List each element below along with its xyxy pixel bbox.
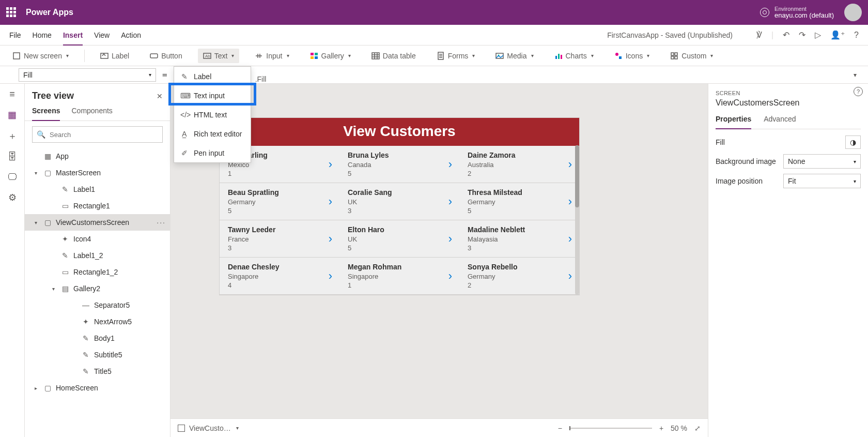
tree-node[interactable]: ▦App [25,148,170,164]
twisty-icon[interactable]: ▾ [50,286,57,292]
imgpos-dropdown[interactable]: Fit▾ [783,174,861,188]
tree-search[interactable]: 🔍 [32,126,163,143]
tree-node[interactable]: ✎Label1 [25,181,170,198]
chevron-right-icon[interactable]: › [329,158,332,171]
tree-node[interactable]: ✎Label1_2 [25,247,170,264]
gallery-item[interactable]: Daine ZamoraAustralia2› [459,146,579,183]
menu-action[interactable]: Action [121,31,141,39]
fill-color-picker[interactable]: ◑ [845,135,861,149]
gallery-item[interactable]: Madaline NeblettMalayasia3› [459,220,579,258]
chevron-right-icon[interactable]: › [448,232,452,246]
insert-custom-button[interactable]: Custom▾ [665,49,718,63]
tab-properties[interactable]: Properties [716,113,751,129]
screen-selector-icon[interactable] [178,425,185,432]
chevron-right-icon[interactable]: › [568,195,572,208]
chevron-right-icon[interactable]: › [448,195,452,208]
gallery-item[interactable]: Beau SpratlingGermany5› [220,183,339,220]
environment-picker[interactable]: Environment enayu.com (default) [760,6,834,19]
gallery-item[interactable]: Thresa MilsteadGermany5› [459,183,579,220]
insert-gallery-button[interactable]: Gallery▾ [305,49,356,63]
insert-forms-button[interactable]: Forms▾ [431,49,481,63]
tree-node[interactable]: ▾▤Gallery2 [25,280,170,297]
tab-advanced[interactable]: Advanced [764,113,796,129]
menu-item-pen-input[interactable]: ✐Pen input [174,143,251,162]
chevron-right-icon[interactable]: › [568,232,572,246]
gallery-item[interactable]: Sonya RebelloGermany2› [459,258,579,295]
insert-pane-icon[interactable]: ＋ [8,130,17,142]
insert-charts-button[interactable]: Charts▾ [549,49,599,63]
search-input[interactable] [50,131,158,139]
gallery-item[interactable]: Elton HaroUK5› [339,220,459,258]
gallery-item[interactable]: Coralie SangUK3› [339,183,459,220]
insert-icons-button[interactable]: Icons▾ [609,49,655,63]
advanced-tools-icon[interactable]: ⚙ [8,192,17,203]
zoom-out-icon[interactable]: − [558,424,562,432]
gallery-scrollbar[interactable] [575,145,579,295]
app-checker-icon[interactable]: ℣ [756,30,762,40]
media-pane-icon[interactable]: 🖵 [8,172,17,183]
menu-view[interactable]: View [94,31,110,39]
chevron-right-icon[interactable]: › [329,269,332,283]
insert-datatable-button[interactable]: Data table [366,49,421,63]
insert-text-button[interactable]: AbText▾ [198,49,240,63]
chevron-down-icon[interactable]: ▾ [236,425,239,431]
gallery-item[interactable]: Megan RohmanSingapore1› [339,258,459,295]
breadcrumb-screen[interactable]: ViewCusto… [189,424,231,432]
chevron-right-icon[interactable]: › [329,232,332,246]
insert-label-button[interactable]: Label [95,49,134,63]
screen-preview[interactable]: View Customers Viki DarlingMexico1›Bruna… [219,117,580,295]
formula-expand-icon[interactable]: ▾ [848,71,862,79]
chevron-right-icon[interactable]: › [568,269,572,283]
tree-view-icon[interactable]: ▦ [8,109,17,120]
menu-item-label[interactable]: ✎Label [174,67,251,86]
tree-node[interactable]: ▸▢HomeScreen [25,380,170,396]
menu-file[interactable]: File [9,31,21,39]
tab-components[interactable]: Components [71,103,112,120]
user-avatar[interactable] [844,4,862,21]
tree-node[interactable]: ✎Subtitle5 [25,346,170,363]
property-selector[interactable]: Fill▾ [19,68,156,82]
insert-media-button[interactable]: Media▾ [490,49,538,63]
data-icon[interactable]: 🗄 [8,152,17,162]
tree-node[interactable]: ▭Rectangle1_2 [25,264,170,280]
undo-icon[interactable]: ↶ [783,30,789,40]
tree-node[interactable]: ▾▢ViewCustomersScreen··· [25,214,170,231]
chevron-right-icon[interactable]: › [448,269,452,283]
menu-insert[interactable]: Insert [63,31,83,46]
tree-node[interactable]: ▾▢MasterScreen [25,164,170,181]
share-icon[interactable]: 👤⁺ [830,30,845,40]
zoom-slider[interactable] [569,428,652,429]
redo-icon[interactable]: ↷ [799,30,805,40]
menu-item-rich-text[interactable]: A̲Rich text editor [174,124,251,143]
gallery-item[interactable]: Denae ChesleySingapore4› [220,258,339,295]
play-icon[interactable]: ▷ [815,30,821,40]
twisty-icon[interactable]: ▾ [32,220,39,225]
fit-to-screen-icon[interactable]: ⤢ [694,424,701,432]
chevron-right-icon[interactable]: › [568,158,572,171]
insert-input-button[interactable]: Input▾ [250,49,294,63]
gallery-item[interactable]: Tawny LeederFrance3› [220,220,339,258]
hamburger-icon[interactable]: ≡ [9,89,15,100]
tree-node[interactable]: ▭Rectangle1 [25,198,170,214]
menu-home[interactable]: Home [33,31,52,39]
gallery-item[interactable]: Bruna LylesCanada5› [339,146,459,183]
panel-help-icon[interactable]: ? [854,87,863,96]
tree-node[interactable]: ✎Body1 [25,330,170,346]
more-icon[interactable]: ··· [157,218,166,227]
tree-node[interactable]: ―Separator5 [25,297,170,313]
new-screen-button[interactable]: New screen▾ [7,49,74,63]
menu-item-html-text[interactable]: </>HTML text [174,105,251,124]
tree-node[interactable]: ✦NextArrow5 [25,313,170,330]
tree-node[interactable]: ✎Title5 [25,363,170,380]
chevron-right-icon[interactable]: › [329,195,332,208]
close-icon[interactable]: ✕ [157,92,163,100]
help-icon[interactable]: ? [854,31,859,40]
menu-item-text-input[interactable]: ⌨Text input [174,86,251,105]
zoom-in-icon[interactable]: + [659,424,663,432]
twisty-icon[interactable]: ▸ [32,385,39,391]
twisty-icon[interactable]: ▾ [32,170,39,176]
insert-button-button[interactable]: Button [145,49,187,63]
tab-screens[interactable]: Screens [32,103,60,121]
app-launcher-icon[interactable] [6,7,17,18]
tree-node[interactable]: ✦Icon4 [25,231,170,247]
